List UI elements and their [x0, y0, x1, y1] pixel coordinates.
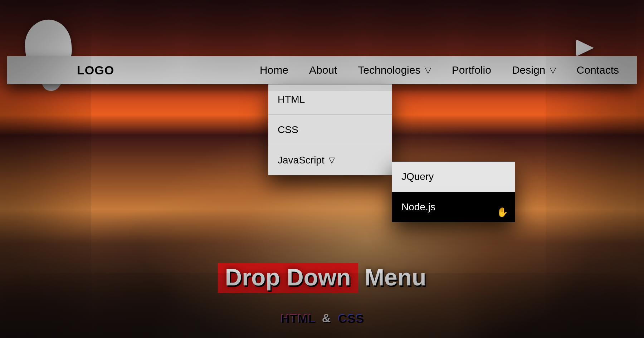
cursor-icon: ✋ [497, 207, 508, 218]
flyout-item-label: JQuery [401, 171, 434, 182]
chevron-down-icon: ▽ [550, 66, 556, 75]
dropdown-technologies: HTML CSS JavaScript ▽ [268, 84, 392, 175]
subtitle-html: HTML [280, 311, 315, 325]
nav-label: Portfolio [452, 64, 491, 76]
headline-rest: Menu [358, 264, 426, 290]
nav-item-about[interactable]: About [309, 64, 337, 76]
nav-label: Design [512, 64, 545, 76]
nav-label: Technologies [358, 64, 420, 76]
nav-label: Home [260, 64, 288, 76]
dropdown-item-css[interactable]: CSS [268, 115, 392, 145]
subtitle-amp: & [322, 311, 331, 325]
nav-item-portfolio[interactable]: Portfolio [452, 64, 491, 76]
dropdown-item-label: HTML [278, 94, 305, 105]
headline: Drop Down Menu [218, 263, 426, 293]
headline-highlight: Drop Down [218, 263, 358, 293]
nav-item-technologies[interactable]: Technologies ▽ [358, 64, 431, 76]
nav-item-contacts[interactable]: Contacts [577, 64, 619, 76]
nav-item-design[interactable]: Design ▽ [512, 64, 556, 76]
flyout-item-jquery[interactable]: JQuery [392, 162, 515, 192]
chevron-down-icon: ▽ [425, 66, 431, 75]
dropdown-item-label: JavaScript [278, 155, 325, 166]
brand-logo[interactable]: LOGO [77, 63, 114, 77]
navbar: LOGO Home About Technologies ▽ Portfolio… [7, 56, 637, 84]
dropdown-item-javascript[interactable]: JavaScript ▽ [268, 145, 392, 175]
subtitle-css: CSS [338, 311, 364, 325]
flyout-item-label: Node.js [401, 201, 435, 212]
stage: LOGO Home About Technologies ▽ Portfolio… [0, 0, 644, 338]
flyout-javascript: JQuery Node.js ✋ [392, 162, 515, 222]
main-menu: Home About Technologies ▽ Portfolio Desi… [260, 64, 619, 76]
nav-item-home[interactable]: Home [260, 64, 288, 76]
flyout-item-nodejs[interactable]: Node.js ✋ [392, 192, 515, 222]
chevron-down-icon: ▽ [329, 156, 335, 165]
play-icon[interactable] [576, 39, 594, 57]
nav-label: About [309, 64, 337, 76]
dropdown-item-html[interactable]: HTML [268, 84, 392, 115]
dropdown-item-label: CSS [278, 124, 298, 135]
subtitle: HTML & CSS [280, 311, 364, 325]
nav-label: Contacts [577, 64, 619, 76]
